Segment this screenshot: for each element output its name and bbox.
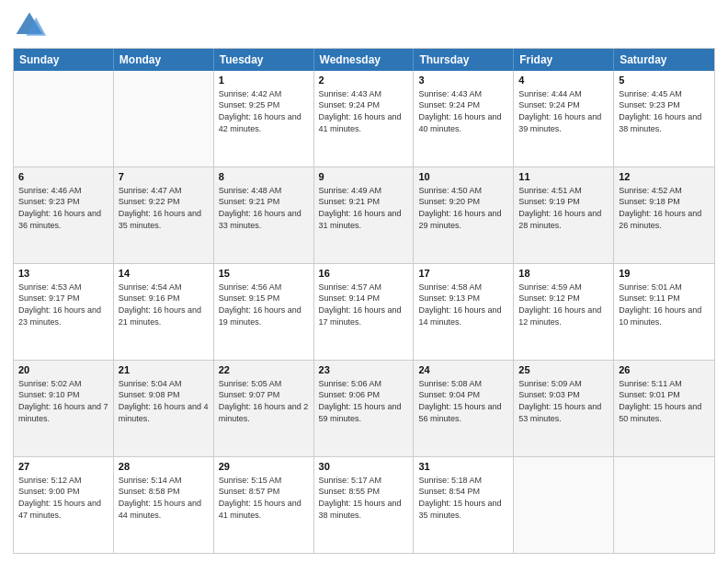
page: SundayMondayTuesdayWednesdayThursdayFrid… [0, 0, 728, 563]
day-number: 31 [418, 460, 508, 474]
calendar-cell: 8Sunrise: 4:48 AM Sunset: 9:21 PM Daylig… [214, 167, 314, 263]
header-day-sunday: Sunday [14, 49, 114, 71]
day-number: 19 [619, 267, 710, 281]
day-number: 4 [518, 74, 609, 87]
calendar-cell: 2Sunrise: 4:43 AM Sunset: 9:24 PM Daylig… [314, 71, 415, 167]
calendar-cell: 5Sunrise: 4:45 AM Sunset: 9:23 PM Daylig… [614, 71, 714, 167]
calendar-cell: 20Sunrise: 5:02 AM Sunset: 9:10 PM Dayli… [14, 361, 114, 456]
day-number: 8 [219, 170, 309, 184]
day-info: Sunrise: 4:48 AM Sunset: 9:21 PM Dayligh… [219, 185, 309, 231]
day-info: Sunrise: 4:56 AM Sunset: 9:15 PM Dayligh… [219, 282, 309, 327]
day-number: 11 [518, 170, 609, 184]
day-info: Sunrise: 4:43 AM Sunset: 9:24 PM Dayligh… [319, 88, 409, 134]
day-number: 15 [219, 267, 309, 281]
day-number: 3 [418, 74, 508, 87]
calendar-cell: 28Sunrise: 5:14 AM Sunset: 8:58 PM Dayli… [114, 457, 214, 553]
calendar-cell: 29Sunrise: 5:15 AM Sunset: 8:57 PM Dayli… [214, 457, 314, 553]
day-number: 25 [518, 363, 609, 377]
calendar-cell: 1Sunrise: 4:42 AM Sunset: 9:25 PM Daylig… [214, 71, 314, 167]
day-info: Sunrise: 4:53 AM Sunset: 9:17 PM Dayligh… [18, 282, 108, 327]
day-info: Sunrise: 5:12 AM Sunset: 9:00 PM Dayligh… [18, 475, 108, 521]
calendar-cell: 22Sunrise: 5:05 AM Sunset: 9:07 PM Dayli… [214, 361, 314, 456]
calendar-cell: 23Sunrise: 5:06 AM Sunset: 9:06 PM Dayli… [314, 361, 415, 456]
logo-icon [13, 9, 46, 42]
day-number: 5 [619, 74, 710, 87]
calendar-cell: 31Sunrise: 5:18 AM Sunset: 8:54 PM Dayli… [414, 457, 514, 553]
calendar-cell: 30Sunrise: 5:17 AM Sunset: 8:55 PM Dayli… [314, 457, 415, 553]
day-info: Sunrise: 4:45 AM Sunset: 9:23 PM Dayligh… [619, 88, 710, 134]
header [13, 9, 715, 42]
calendar-body: 1Sunrise: 4:42 AM Sunset: 9:25 PM Daylig… [14, 71, 714, 553]
calendar-cell: 21Sunrise: 5:04 AM Sunset: 9:08 PM Dayli… [114, 361, 214, 456]
day-info: Sunrise: 5:06 AM Sunset: 9:06 PM Dayligh… [319, 378, 409, 424]
day-number: 26 [619, 363, 710, 377]
day-info: Sunrise: 4:49 AM Sunset: 9:21 PM Dayligh… [319, 185, 409, 231]
day-info: Sunrise: 4:42 AM Sunset: 9:25 PM Dayligh… [219, 88, 309, 134]
day-number: 20 [18, 363, 108, 377]
day-info: Sunrise: 5:02 AM Sunset: 9:10 PM Dayligh… [18, 378, 108, 424]
day-info: Sunrise: 4:54 AM Sunset: 9:16 PM Dayligh… [119, 282, 209, 327]
calendar-row: 27Sunrise: 5:12 AM Sunset: 9:00 PM Dayli… [14, 456, 714, 553]
day-number: 17 [418, 267, 508, 281]
day-number: 23 [319, 363, 409, 377]
calendar-cell: 15Sunrise: 4:56 AM Sunset: 9:15 PM Dayli… [214, 264, 314, 360]
header-day-friday: Friday [514, 49, 614, 71]
day-number: 1 [219, 74, 309, 87]
calendar-cell [14, 71, 114, 167]
calendar-row: 1Sunrise: 4:42 AM Sunset: 9:25 PM Daylig… [14, 71, 714, 167]
day-info: Sunrise: 5:17 AM Sunset: 8:55 PM Dayligh… [319, 475, 409, 521]
calendar-cell: 3Sunrise: 4:43 AM Sunset: 9:24 PM Daylig… [414, 71, 514, 167]
day-info: Sunrise: 4:47 AM Sunset: 9:22 PM Dayligh… [119, 185, 209, 231]
day-number: 7 [119, 170, 209, 184]
day-number: 27 [18, 460, 108, 474]
calendar-row: 20Sunrise: 5:02 AM Sunset: 9:10 PM Dayli… [14, 360, 714, 456]
header-day-wednesday: Wednesday [314, 49, 415, 71]
day-info: Sunrise: 4:57 AM Sunset: 9:14 PM Dayligh… [319, 282, 409, 327]
calendar-cell: 25Sunrise: 5:09 AM Sunset: 9:03 PM Dayli… [514, 361, 614, 456]
logo [13, 9, 50, 42]
calendar-row: 13Sunrise: 4:53 AM Sunset: 9:17 PM Dayli… [14, 263, 714, 360]
day-number: 9 [319, 170, 409, 184]
day-info: Sunrise: 5:11 AM Sunset: 9:01 PM Dayligh… [619, 378, 710, 424]
day-number: 2 [319, 74, 409, 87]
day-info: Sunrise: 4:51 AM Sunset: 9:19 PM Dayligh… [518, 185, 609, 231]
day-number: 13 [18, 267, 108, 281]
day-info: Sunrise: 4:46 AM Sunset: 9:23 PM Dayligh… [18, 185, 108, 231]
calendar-cell: 27Sunrise: 5:12 AM Sunset: 9:00 PM Dayli… [14, 457, 114, 553]
day-info: Sunrise: 5:08 AM Sunset: 9:04 PM Dayligh… [418, 378, 508, 424]
day-number: 28 [119, 460, 209, 474]
calendar-cell: 9Sunrise: 4:49 AM Sunset: 9:21 PM Daylig… [314, 167, 415, 263]
day-number: 10 [418, 170, 508, 184]
day-info: Sunrise: 5:14 AM Sunset: 8:58 PM Dayligh… [119, 475, 209, 521]
day-info: Sunrise: 5:09 AM Sunset: 9:03 PM Dayligh… [518, 378, 609, 424]
header-day-monday: Monday [114, 49, 214, 71]
day-info: Sunrise: 4:50 AM Sunset: 9:20 PM Dayligh… [418, 185, 508, 231]
day-number: 12 [619, 170, 710, 184]
header-day-thursday: Thursday [414, 49, 514, 71]
day-number: 16 [319, 267, 409, 281]
day-info: Sunrise: 4:58 AM Sunset: 9:13 PM Dayligh… [418, 282, 508, 327]
header-day-saturday: Saturday [614, 49, 714, 71]
calendar-cell: 4Sunrise: 4:44 AM Sunset: 9:24 PM Daylig… [514, 71, 614, 167]
day-number: 18 [518, 267, 609, 281]
day-number: 14 [119, 267, 209, 281]
day-info: Sunrise: 4:44 AM Sunset: 9:24 PM Dayligh… [518, 88, 609, 134]
calendar-cell: 10Sunrise: 4:50 AM Sunset: 9:20 PM Dayli… [414, 167, 514, 263]
calendar-cell: 17Sunrise: 4:58 AM Sunset: 9:13 PM Dayli… [414, 264, 514, 360]
calendar-cell: 12Sunrise: 4:52 AM Sunset: 9:18 PM Dayli… [614, 167, 714, 263]
calendar-cell: 14Sunrise: 4:54 AM Sunset: 9:16 PM Dayli… [114, 264, 214, 360]
calendar-cell: 18Sunrise: 4:59 AM Sunset: 9:12 PM Dayli… [514, 264, 614, 360]
day-info: Sunrise: 4:52 AM Sunset: 9:18 PM Dayligh… [619, 185, 710, 231]
calendar-cell: 16Sunrise: 4:57 AM Sunset: 9:14 PM Dayli… [314, 264, 415, 360]
day-info: Sunrise: 5:05 AM Sunset: 9:07 PM Dayligh… [219, 378, 309, 424]
header-day-tuesday: Tuesday [214, 49, 314, 71]
day-number: 24 [418, 363, 508, 377]
day-info: Sunrise: 5:15 AM Sunset: 8:57 PM Dayligh… [219, 475, 309, 521]
calendar-cell: 11Sunrise: 4:51 AM Sunset: 9:19 PM Dayli… [514, 167, 614, 263]
calendar-cell [514, 457, 614, 553]
day-info: Sunrise: 5:18 AM Sunset: 8:54 PM Dayligh… [418, 475, 508, 521]
day-number: 22 [219, 363, 309, 377]
day-info: Sunrise: 4:59 AM Sunset: 9:12 PM Dayligh… [518, 282, 609, 327]
calendar-cell: 24Sunrise: 5:08 AM Sunset: 9:04 PM Dayli… [414, 361, 514, 456]
calendar: SundayMondayTuesdayWednesdayThursdayFrid… [13, 48, 715, 554]
